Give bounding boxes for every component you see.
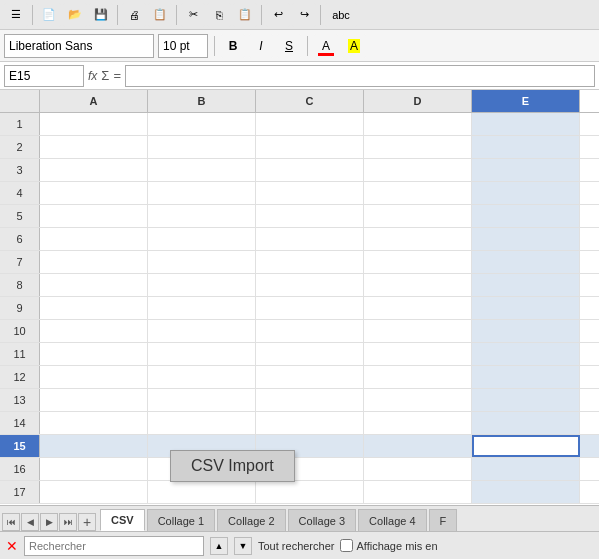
search-down-button[interactable]: ▼ bbox=[234, 537, 252, 555]
cell-d16[interactable] bbox=[364, 458, 472, 480]
redo-btn[interactable]: ↪ bbox=[292, 3, 316, 27]
cell-a16[interactable] bbox=[40, 458, 148, 480]
row-header-9[interactable]: 9 bbox=[0, 297, 40, 319]
col-header-d[interactable]: D bbox=[364, 90, 472, 112]
cell-c2[interactable] bbox=[256, 136, 364, 158]
corner-cell[interactable] bbox=[0, 90, 40, 112]
row-header-16[interactable]: 16 bbox=[0, 458, 40, 480]
cell-b12[interactable] bbox=[148, 366, 256, 388]
cell-b5[interactable] bbox=[148, 205, 256, 227]
cell-b3[interactable] bbox=[148, 159, 256, 181]
cell-c3[interactable] bbox=[256, 159, 364, 181]
cell-d1[interactable] bbox=[364, 113, 472, 135]
row-header-11[interactable]: 11 bbox=[0, 343, 40, 365]
sheet-tab-collage1[interactable]: Collage 1 bbox=[147, 509, 215, 531]
cell-b6[interactable] bbox=[148, 228, 256, 250]
save-btn[interactable]: 💾 bbox=[89, 3, 113, 27]
cell-a14[interactable] bbox=[40, 412, 148, 434]
new-btn[interactable]: 📄 bbox=[37, 3, 61, 27]
cell-a2[interactable] bbox=[40, 136, 148, 158]
underline-button[interactable]: S bbox=[277, 34, 301, 58]
cell-d4[interactable] bbox=[364, 182, 472, 204]
search-input[interactable] bbox=[24, 536, 204, 556]
cell-c14[interactable] bbox=[256, 412, 364, 434]
search-close-button[interactable]: ✕ bbox=[6, 538, 18, 554]
col-header-b[interactable]: B bbox=[148, 90, 256, 112]
italic-button[interactable]: I bbox=[249, 34, 273, 58]
cell-a15[interactable] bbox=[40, 435, 148, 457]
row-header-2[interactable]: 2 bbox=[0, 136, 40, 158]
row-header-1[interactable]: 1 bbox=[0, 113, 40, 135]
find-all-label[interactable]: Tout rechercher bbox=[258, 540, 334, 552]
copy-btn[interactable]: ⎘ bbox=[207, 3, 231, 27]
cell-e1[interactable] bbox=[472, 113, 580, 135]
cell-b11[interactable] bbox=[148, 343, 256, 365]
sheet-tab-collage2[interactable]: Collage 2 bbox=[217, 509, 285, 531]
cell-b10[interactable] bbox=[148, 320, 256, 342]
cell-a11[interactable] bbox=[40, 343, 148, 365]
cell-e7[interactable] bbox=[472, 251, 580, 273]
row-header-5[interactable]: 5 bbox=[0, 205, 40, 227]
cell-b9[interactable] bbox=[148, 297, 256, 319]
cell-e4[interactable] bbox=[472, 182, 580, 204]
cell-d15[interactable] bbox=[364, 435, 472, 457]
cell-c9[interactable] bbox=[256, 297, 364, 319]
cell-a1[interactable] bbox=[40, 113, 148, 135]
cell-d12[interactable] bbox=[364, 366, 472, 388]
cell-c7[interactable] bbox=[256, 251, 364, 273]
cell-c4[interactable] bbox=[256, 182, 364, 204]
highlight-color-button[interactable]: A bbox=[342, 34, 366, 58]
cell-d2[interactable] bbox=[364, 136, 472, 158]
cell-a5[interactable] bbox=[40, 205, 148, 227]
cell-d6[interactable] bbox=[364, 228, 472, 250]
tab-nav-prev[interactable]: ◀ bbox=[21, 513, 39, 531]
cell-a10[interactable] bbox=[40, 320, 148, 342]
fx-icon[interactable]: fx bbox=[88, 69, 97, 83]
cell-d10[interactable] bbox=[364, 320, 472, 342]
cell-b1[interactable] bbox=[148, 113, 256, 135]
undo-btn[interactable]: ↩ bbox=[266, 3, 290, 27]
col-header-e[interactable]: E bbox=[472, 90, 580, 112]
cut-btn[interactable]: ✂ bbox=[181, 3, 205, 27]
cell-e6[interactable] bbox=[472, 228, 580, 250]
spellcheck-btn[interactable]: abc bbox=[325, 3, 357, 27]
tab-nav-first[interactable]: ⏮ bbox=[2, 513, 20, 531]
row-header-14[interactable]: 14 bbox=[0, 412, 40, 434]
cell-c10[interactable] bbox=[256, 320, 364, 342]
cell-d7[interactable] bbox=[364, 251, 472, 273]
cell-c12[interactable] bbox=[256, 366, 364, 388]
col-header-a[interactable]: A bbox=[40, 90, 148, 112]
equals-icon[interactable]: = bbox=[113, 68, 121, 83]
cell-d17[interactable] bbox=[364, 481, 472, 503]
print-btn[interactable]: 🖨 bbox=[122, 3, 146, 27]
row-header-3[interactable]: 3 bbox=[0, 159, 40, 181]
cell-c11[interactable] bbox=[256, 343, 364, 365]
cell-d13[interactable] bbox=[364, 389, 472, 411]
cell-b17[interactable] bbox=[148, 481, 256, 503]
cell-a3[interactable] bbox=[40, 159, 148, 181]
cell-a8[interactable] bbox=[40, 274, 148, 296]
cell-d14[interactable] bbox=[364, 412, 472, 434]
cell-a9[interactable] bbox=[40, 297, 148, 319]
cell-a13[interactable] bbox=[40, 389, 148, 411]
cell-e12[interactable] bbox=[472, 366, 580, 388]
font-name-input[interactable]: Liberation Sans bbox=[4, 34, 154, 58]
cell-c13[interactable] bbox=[256, 389, 364, 411]
cell-b8[interactable] bbox=[148, 274, 256, 296]
cell-c6[interactable] bbox=[256, 228, 364, 250]
cell-d5[interactable] bbox=[364, 205, 472, 227]
cell-a12[interactable] bbox=[40, 366, 148, 388]
sheet-tab-collage3[interactable]: Collage 3 bbox=[288, 509, 356, 531]
cell-d9[interactable] bbox=[364, 297, 472, 319]
cell-e11[interactable] bbox=[472, 343, 580, 365]
cell-d3[interactable] bbox=[364, 159, 472, 181]
tab-nav-last[interactable]: ⏭ bbox=[59, 513, 77, 531]
sheet-tab-csv[interactable]: CSV bbox=[100, 509, 145, 531]
pdf-btn[interactable]: 📋 bbox=[148, 3, 172, 27]
row-header-17[interactable]: 17 bbox=[0, 481, 40, 503]
cell-e10[interactable] bbox=[472, 320, 580, 342]
cell-c17[interactable] bbox=[256, 481, 364, 503]
cell-b4[interactable] bbox=[148, 182, 256, 204]
cell-c1[interactable] bbox=[256, 113, 364, 135]
cell-e13[interactable] bbox=[472, 389, 580, 411]
